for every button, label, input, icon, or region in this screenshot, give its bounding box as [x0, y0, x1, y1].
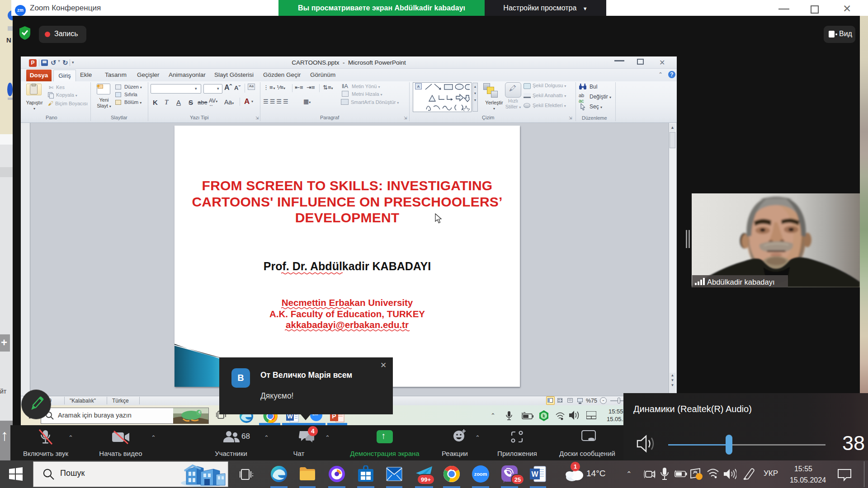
- svg-text:k: k: [542, 413, 545, 418]
- svg-text:W: W: [531, 470, 538, 478]
- svg-text:Abdülkadir kabadayı: Abdülkadir kabadayı: [707, 278, 775, 286]
